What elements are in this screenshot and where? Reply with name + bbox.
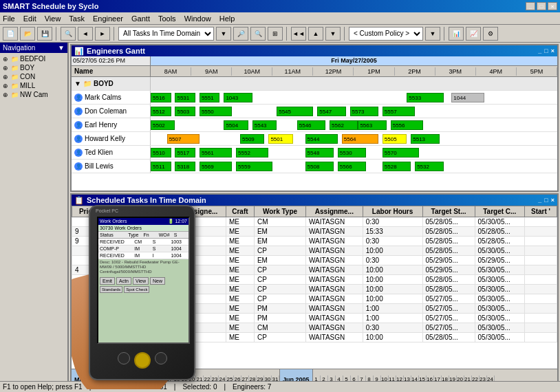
zoom-in-button[interactable]: 🔎 xyxy=(233,27,248,41)
pda-new-btn[interactable]: New xyxy=(150,277,165,285)
play-button[interactable]: ▼ xyxy=(325,27,341,41)
bar-5517[interactable]: 5517 xyxy=(175,148,195,157)
settings-button[interactable]: ⚙ xyxy=(483,27,498,41)
domain-go-button[interactable]: ▼ xyxy=(216,27,231,41)
tree-item-boyd[interactable]: ⊕ 📁 BOY xyxy=(1,63,66,72)
gantt-name-header: Name xyxy=(72,66,151,76)
forward-button[interactable]: ► xyxy=(95,27,110,41)
bar-5505[interactable]: 5505 xyxy=(383,134,407,144)
bar-5532[interactable]: 5532 xyxy=(415,162,443,171)
bar-5318[interactable]: 5318 xyxy=(175,162,195,171)
menu-window[interactable]: Window xyxy=(184,14,211,23)
bar-5509[interactable]: 5509 xyxy=(240,134,264,144)
bar-5562[interactable]: 5562 xyxy=(330,120,358,130)
menu-help[interactable]: Help xyxy=(219,14,235,23)
tasks-maximize-btn[interactable]: □ xyxy=(544,197,548,204)
pda-emit-btn[interactable]: Emit xyxy=(100,277,115,285)
bar-5551[interactable]: 5551 xyxy=(200,93,220,102)
bar-5564[interactable]: 5564 xyxy=(342,134,378,144)
bar-5513[interactable]: 5513 xyxy=(411,134,439,144)
bar-5516[interactable]: 5516 xyxy=(151,93,171,102)
menu-gantt[interactable]: Gantt xyxy=(131,14,150,23)
bar-5510[interactable]: 5510 xyxy=(151,148,171,157)
pda-btn-2[interactable] xyxy=(155,352,167,364)
bar-5546[interactable]: 5546 xyxy=(297,120,325,130)
menu-task[interactable]: Task xyxy=(69,14,85,23)
prev-button[interactable]: ◄◄ xyxy=(291,27,306,41)
pda-standards-btn[interactable]: Standards xyxy=(100,286,122,293)
bar-5573[interactable]: 5573 xyxy=(350,107,378,116)
bar-5503[interactable]: 5503 xyxy=(175,107,195,116)
close-button[interactable]: × xyxy=(548,2,557,10)
bar-5543[interactable]: 5543 xyxy=(252,120,277,130)
gantt-button[interactable]: 📈 xyxy=(466,27,481,41)
bar-1044[interactable]: 1044 xyxy=(451,93,484,102)
bar-5544[interactable]: 5544 xyxy=(305,134,338,144)
pda-actn-btn[interactable]: Actn xyxy=(116,277,131,285)
bar-5550[interactable]: 5550 xyxy=(200,107,232,116)
bar-5504[interactable]: 5504 xyxy=(224,120,248,130)
gantt-maximize-btn[interactable]: □ xyxy=(544,47,548,54)
bar-5530[interactable]: 5530 xyxy=(338,148,366,157)
new-button[interactable]: 📄 xyxy=(3,27,18,41)
folder-icon-2: 📁 xyxy=(11,65,19,72)
pda-view-btn[interactable]: View xyxy=(133,277,149,285)
bar-5552[interactable]: 5552 xyxy=(236,148,268,157)
bar-5533[interactable]: 5533 xyxy=(407,93,443,102)
bar-5556[interactable]: 5556 xyxy=(391,120,423,130)
menu-engineer[interactable]: Engineer xyxy=(93,14,123,23)
pda-spotcheck-btn[interactable]: Spot Check xyxy=(124,286,149,293)
minimize-button[interactable]: _ xyxy=(526,2,535,10)
bar-5511[interactable]: 5511 xyxy=(151,162,171,171)
tree-item-bedford[interactable]: ⊕ 📁 BEDFOI xyxy=(1,54,66,63)
time-slot-8am: 8AM xyxy=(151,67,191,76)
menu-edit[interactable]: Edit xyxy=(23,14,36,23)
maximize-button[interactable]: □ xyxy=(537,2,546,10)
gantt-minimize-btn[interactable]: _ xyxy=(538,47,541,54)
bar-5547[interactable]: 5547 xyxy=(317,107,345,116)
bar-5569[interactable]: 5569 xyxy=(200,162,232,171)
save-button[interactable]: 💾 xyxy=(37,27,52,41)
bar-5545[interactable]: 5545 xyxy=(277,107,313,116)
bar-5531[interactable]: 5531 xyxy=(175,93,195,102)
tasks-minimize-btn[interactable]: _ xyxy=(538,197,541,204)
tree-item-mill[interactable]: ⊕ 📁 MILL xyxy=(1,81,66,90)
bar-5507[interactable]: 5507 xyxy=(167,134,200,144)
bar-5570[interactable]: 5570 xyxy=(383,148,419,157)
gantt-body: ▼ 📁 BOYD 👤 Mark Calms 5516 5531 xyxy=(72,77,557,192)
bar-5528[interactable]: 5528 xyxy=(383,162,411,171)
bar-5557[interactable]: 5557 xyxy=(383,107,415,116)
tree-item-nwcam[interactable]: ⊕ 📁 NW Cam xyxy=(1,90,66,99)
policy-go-button[interactable]: ▼ xyxy=(425,27,440,41)
menu-view[interactable]: View xyxy=(45,14,61,23)
back-button[interactable]: ◄ xyxy=(78,27,93,41)
tree-item-con[interactable]: ⊕ 📁 CON xyxy=(1,72,66,81)
pda-btn-center[interactable] xyxy=(134,352,151,369)
next-button[interactable]: ▲ xyxy=(308,27,323,41)
pda-device: Pocket PC Work Orders 🔋 12:07 30730 Work… xyxy=(89,205,195,380)
bar-5566[interactable]: 5566 xyxy=(338,162,366,171)
bar-5559[interactable]: 5559 xyxy=(236,162,272,171)
bar-5501[interactable]: 5501 xyxy=(268,134,292,144)
bar-1043[interactable]: 1043 xyxy=(224,93,252,102)
open-button[interactable]: 📂 xyxy=(20,27,35,41)
bar-5502[interactable]: 5502 xyxy=(151,120,175,130)
menu-file[interactable]: File xyxy=(3,14,15,23)
bar-5512[interactable]: 5512 xyxy=(151,107,171,116)
bar-5548[interactable]: 5548 xyxy=(305,148,334,157)
fit-button[interactable]: ⊞ xyxy=(268,27,283,41)
tasks-close-btn[interactable]: × xyxy=(551,197,554,204)
zoom-out-button[interactable]: 🔍 xyxy=(250,27,266,41)
policy-selector[interactable]: < Custom Policy > xyxy=(349,27,423,41)
gantt-close-btn[interactable]: × xyxy=(551,47,554,54)
pda-btn-1[interactable] xyxy=(118,352,130,364)
search-button[interactable]: 🔍 xyxy=(61,27,76,41)
bar-5508[interactable]: 5508 xyxy=(305,162,334,171)
bar-5563[interactable]: 5563 xyxy=(358,120,386,130)
domain-selector[interactable]: All Tasks In Time Domain xyxy=(118,27,214,41)
bar-5561[interactable]: 5561 xyxy=(200,148,232,157)
expand-group-icon: ▼ xyxy=(74,80,81,87)
schedule-button[interactable]: 📊 xyxy=(449,27,464,41)
menu-tools[interactable]: Tools xyxy=(158,14,176,23)
col-target-st: Target St... xyxy=(422,206,475,217)
